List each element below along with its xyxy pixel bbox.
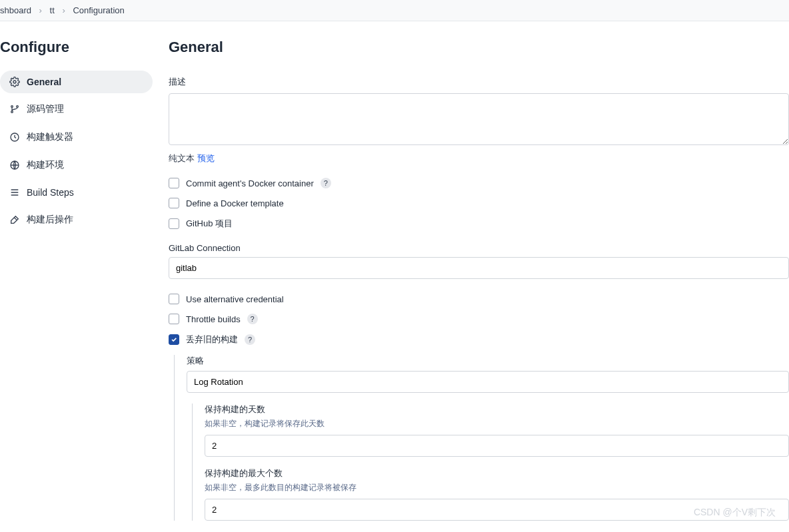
- keep-days-input[interactable]: [205, 435, 789, 457]
- breadcrumb-item[interactable]: Configuration: [73, 5, 124, 15]
- sidebar-item-label: 源码管理: [27, 103, 64, 115]
- keep-days-desc: 如果非空，构建记录将保存此天数: [205, 418, 789, 429]
- gitlab-connection-label: GitLab Connection: [169, 243, 789, 253]
- keep-max-input[interactable]: [205, 499, 789, 521]
- commit-agent-checkbox[interactable]: [169, 178, 179, 188]
- sidebar-item-postbuild[interactable]: 构建后操作: [0, 208, 153, 232]
- globe-icon: [9, 160, 20, 170]
- gear-icon: [9, 77, 20, 87]
- branch-icon: [9, 104, 20, 115]
- strategy-label: 策略: [187, 355, 789, 367]
- plaintext-label: 纯文本: [169, 153, 195, 163]
- hammer-icon: [9, 214, 20, 225]
- breadcrumb: shboard › tt › Configuration: [0, 0, 789, 21]
- alt-credential-checkbox[interactable]: [169, 294, 179, 304]
- chevron-right-icon: ›: [57, 5, 70, 15]
- discard-old-checkbox[interactable]: [169, 334, 179, 345]
- sidebar-item-label: Build Steps: [27, 187, 74, 198]
- sidebar-item-scm[interactable]: 源码管理: [0, 97, 153, 121]
- svg-point-3: [11, 111, 13, 113]
- sidebar-item-label: 构建后操作: [27, 214, 73, 226]
- define-template-label: Define a Docker template: [186, 198, 284, 208]
- content-area: General 描述 纯文本 预览 Commit agent's Docker …: [157, 35, 789, 521]
- sidebar-item-env[interactable]: 构建环境: [0, 153, 153, 177]
- help-icon[interactable]: ?: [321, 178, 331, 188]
- sidebar-item-triggers[interactable]: 构建触发器: [0, 125, 153, 149]
- preview-link[interactable]: 预览: [197, 153, 215, 163]
- discard-old-label: 丢弃旧的构建: [186, 334, 238, 346]
- breadcrumb-item[interactable]: shboard: [0, 5, 31, 15]
- description-label: 描述: [169, 76, 789, 88]
- sidebar: Configure General 源码管理 构建触发器 构建环境: [0, 35, 157, 521]
- description-input[interactable]: [169, 93, 789, 145]
- github-project-label: GitHub 项目: [186, 218, 233, 230]
- svg-point-2: [17, 106, 19, 108]
- list-icon: [9, 187, 20, 198]
- keep-max-label: 保持构建的最大个数: [205, 467, 789, 479]
- sidebar-item-steps[interactable]: Build Steps: [0, 181, 153, 204]
- clock-icon: [9, 132, 20, 142]
- sidebar-title: Configure: [0, 39, 153, 56]
- breadcrumb-item[interactable]: tt: [50, 5, 55, 15]
- alt-credential-label: Use alternative credential: [186, 294, 284, 304]
- throttle-label: Throttle builds: [186, 314, 241, 324]
- svg-point-0: [13, 81, 16, 83]
- sidebar-item-label: 构建环境: [27, 159, 64, 171]
- commit-agent-label: Commit agent's Docker container: [186, 178, 314, 188]
- define-template-checkbox[interactable]: [169, 198, 179, 208]
- sidebar-item-general[interactable]: General: [0, 71, 153, 93]
- throttle-checkbox[interactable]: [169, 314, 179, 324]
- sidebar-item-label: 构建触发器: [27, 131, 73, 143]
- strategy-select[interactable]: [187, 371, 789, 393]
- gitlab-connection-select[interactable]: [169, 257, 789, 279]
- page-title: General: [169, 39, 789, 56]
- sidebar-item-label: General: [27, 77, 61, 87]
- keep-max-desc: 如果非空，最多此数目的构建记录将被保存: [205, 482, 789, 493]
- github-project-checkbox[interactable]: [169, 218, 179, 229]
- keep-days-label: 保持构建的天数: [205, 403, 789, 415]
- svg-point-1: [11, 106, 13, 108]
- help-icon[interactable]: ?: [247, 314, 258, 324]
- chevron-right-icon: ›: [34, 5, 47, 15]
- help-icon[interactable]: ?: [245, 334, 255, 345]
